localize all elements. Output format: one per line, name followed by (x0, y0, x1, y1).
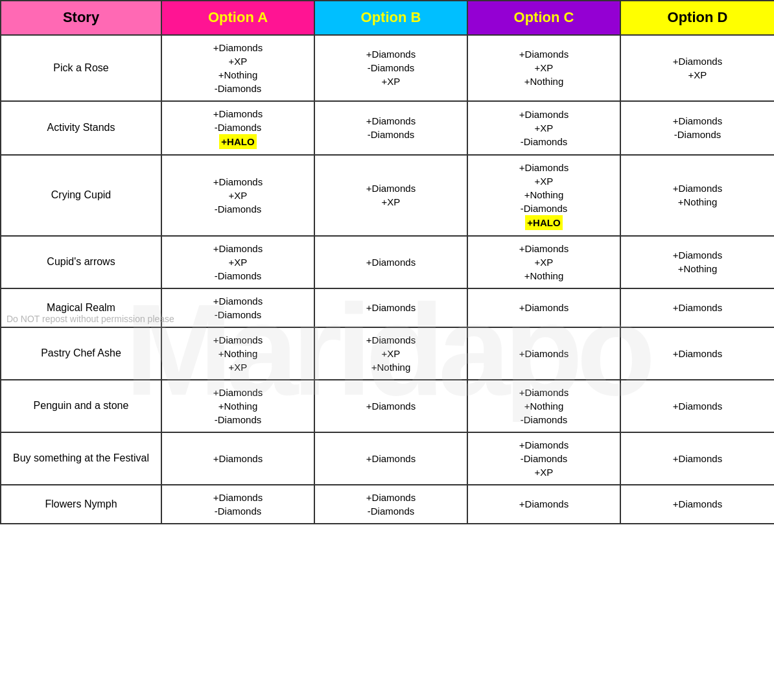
option-b-cell: +Diamonds-Diamonds (314, 101, 467, 155)
story-cell: Buy something at the Festival (1, 432, 161, 485)
option-a-cell: +Diamonds-Diamonds (161, 485, 314, 524)
option-a-cell: +Diamonds+XP+Nothing-Diamonds (161, 35, 314, 101)
option-d-cell: +Diamonds+XP (620, 35, 774, 101)
story-cell: Penguin and a stone (1, 380, 161, 432)
option-b-cell: +Diamonds (314, 380, 467, 432)
story-cell: Cupid's arrows (1, 236, 161, 288)
option-a-cell: +Diamonds+Nothing-Diamonds (161, 380, 314, 432)
story-cell: Pastry Chef Ashe (1, 327, 161, 380)
header-option-c: Option C (467, 1, 620, 35)
option-a-cell: +Diamonds+Nothing+XP (161, 327, 314, 380)
option-c-cell: +Diamonds (467, 485, 620, 524)
option-c-cell: +Diamonds+XP+Nothing-Diamonds+HALO (467, 155, 620, 236)
option-a-cell: +Diamonds+XP-Diamonds (161, 236, 314, 288)
halo-badge: +HALO (525, 215, 562, 230)
main-table: Story Option A Option B Option C Option … (0, 0, 774, 524)
option-b-cell: +Diamonds-Diamonds+XP (314, 35, 467, 101)
option-d-cell: +Diamonds (620, 380, 774, 432)
option-b-cell: +Diamonds (314, 432, 467, 485)
header-story: Story (1, 1, 161, 35)
header-option-a: Option A (161, 1, 314, 35)
option-d-cell: +Diamonds+Nothing (620, 236, 774, 288)
header-option-b: Option B (314, 1, 467, 35)
option-d-cell: +Diamonds (620, 485, 774, 524)
option-b-cell: +Diamonds (314, 236, 467, 288)
halo-badge: +HALO (219, 134, 256, 149)
option-d-cell: +Diamonds-Diamonds (620, 101, 774, 155)
option-c-cell: +Diamonds+Nothing-Diamonds (467, 380, 620, 432)
option-c-cell: +Diamonds (467, 288, 620, 327)
option-a-cell: +Diamonds-Diamonds (161, 288, 314, 327)
option-a-cell: +Diamonds+XP-Diamonds (161, 155, 314, 236)
option-a-cell: +Diamonds-Diamonds+HALO (161, 101, 314, 155)
option-d-cell: +Diamonds (620, 327, 774, 380)
story-cell: Activity Stands (1, 101, 161, 155)
option-b-cell: +Diamonds+XP+Nothing (314, 327, 467, 380)
option-c-cell: +Diamonds (467, 327, 620, 380)
option-d-cell: +Diamonds (620, 288, 774, 327)
option-c-cell: +Diamonds+XP+Nothing (467, 236, 620, 288)
story-cell: Magical Realm (1, 288, 161, 327)
option-d-cell: +Diamonds (620, 432, 774, 485)
option-c-cell: +Diamonds+XP+Nothing (467, 35, 620, 101)
option-d-cell: +Diamonds+Nothing (620, 155, 774, 236)
option-b-cell: +Diamonds+XP (314, 155, 467, 236)
option-c-cell: +Diamonds+XP-Diamonds (467, 101, 620, 155)
story-cell: Crying Cupid (1, 155, 161, 236)
header-option-d: Option D (620, 1, 774, 35)
option-b-cell: +Diamonds (314, 288, 467, 327)
option-b-cell: +Diamonds-Diamonds (314, 485, 467, 524)
story-cell: Flowers Nymph (1, 485, 161, 524)
option-c-cell: +Diamonds-Diamonds+XP (467, 432, 620, 485)
option-a-cell: +Diamonds (161, 432, 314, 485)
story-cell: Pick a Rose (1, 35, 161, 101)
